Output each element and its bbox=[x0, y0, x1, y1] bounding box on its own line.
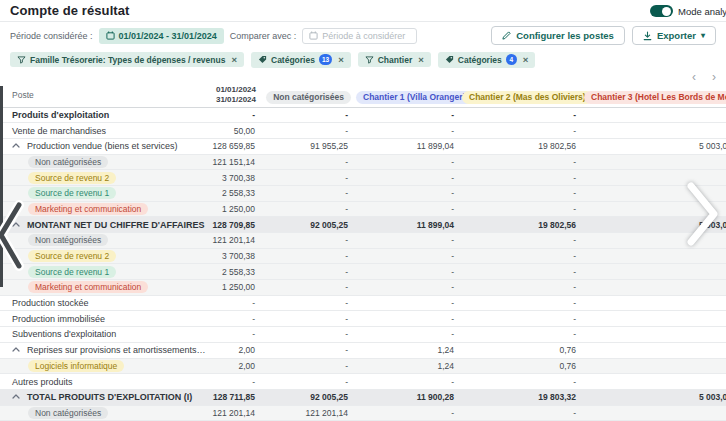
table-row: Produits d'exploitation - - - - - bbox=[0, 107, 726, 123]
toolbar-actions: Configurer les postes Exporter ▾ bbox=[491, 26, 716, 45]
table-row: Autres produits - - - - - bbox=[0, 374, 726, 390]
table-row: Source de revenu 1 2 558,33 - - - - bbox=[0, 185, 726, 201]
row-value: - bbox=[263, 201, 356, 217]
table-row[interactable]: MONTANT NET DU CHIFFRE D'AFFAIRES 128 70… bbox=[0, 217, 726, 233]
row-value: - bbox=[462, 248, 584, 264]
compare-label: Comparer avec : bbox=[230, 31, 297, 41]
table-row: Non catégorisées 121 201,14 - - - - bbox=[0, 233, 726, 249]
filter-chip-categories-1[interactable]: Catégories 13 × bbox=[251, 52, 351, 68]
collapse-caret-icon[interactable] bbox=[12, 345, 27, 355]
row-value: - bbox=[356, 154, 462, 170]
row-value: - bbox=[356, 233, 462, 249]
mode-analytique-toggle[interactable] bbox=[650, 5, 673, 17]
row-value: - bbox=[462, 295, 584, 311]
row-label: Reprises sur provisions et amortissement… bbox=[27, 345, 206, 355]
toolbar: Période considérée : 01/01/2024 - 31/01/… bbox=[0, 22, 726, 49]
column-header-poste: Poste bbox=[0, 84, 206, 107]
row-value: - bbox=[462, 311, 584, 327]
row-value: - bbox=[263, 185, 356, 201]
next-columns-icon[interactable]: › bbox=[712, 71, 716, 83]
table-body: Produits d'exploitation - - - - - Vente … bbox=[0, 107, 726, 421]
close-icon[interactable]: × bbox=[418, 55, 424, 65]
compare-period-field[interactable] bbox=[302, 28, 417, 44]
row-value: 19 803,32 bbox=[462, 389, 584, 405]
results-table: Poste 01/01/2024 31/01/2024 Non catégori… bbox=[0, 84, 726, 421]
close-icon[interactable]: × bbox=[338, 55, 344, 65]
calendar-icon bbox=[106, 31, 115, 40]
period-label: Période considérée : bbox=[10, 31, 93, 41]
row-value: - bbox=[462, 405, 584, 421]
table-row[interactable]: Reprises sur provisions et amortissement… bbox=[0, 342, 726, 358]
row-value: 1,24 bbox=[356, 358, 462, 374]
compare-period-input[interactable] bbox=[322, 31, 410, 41]
pencil-icon bbox=[502, 31, 511, 40]
table-row[interactable]: Production vendue (biens et services) 12… bbox=[0, 138, 726, 154]
row-value: - bbox=[263, 374, 356, 390]
row-label: Production vendue (biens et services) bbox=[27, 141, 178, 151]
table-header-row: Poste 01/01/2024 31/01/2024 Non catégori… bbox=[0, 84, 726, 107]
export-button[interactable]: Exporter ▾ bbox=[632, 26, 716, 45]
table-row[interactable]: TOTAL PRODUITS D'EXPLOITATION (I) 128 71… bbox=[0, 389, 726, 405]
row-value: - bbox=[263, 248, 356, 264]
table-row: Source de revenu 2 3 700,38 - - - - bbox=[0, 248, 726, 264]
collapse-caret-icon[interactable] bbox=[12, 141, 27, 151]
scroll-columns-left-icon[interactable] bbox=[0, 199, 24, 272]
row-value: - bbox=[356, 185, 462, 201]
filter-icon bbox=[365, 56, 374, 64]
row-label: Source de revenu 2 bbox=[28, 250, 116, 262]
row-label: MONTANT NET DU CHIFFRE D'AFFAIRES bbox=[27, 220, 204, 230]
row-value: 11 900,28 bbox=[356, 389, 462, 405]
column-header-chantier-3: Chantier 3 (Hotel Les Bords de Mer) bbox=[584, 84, 726, 107]
scroll-columns-right-icon[interactable] bbox=[684, 181, 722, 247]
row-label: TOTAL PRODUITS D'EXPLOITATION (I) bbox=[27, 392, 192, 402]
row-value: - bbox=[356, 170, 462, 186]
row-label: Production stockée bbox=[12, 298, 89, 308]
filter-chip-chantier[interactable]: Chantier × bbox=[358, 52, 431, 67]
row-label: Non catégorisées bbox=[28, 407, 108, 419]
period-selector[interactable]: 01/01/2024 - 31/01/2024 bbox=[99, 28, 224, 44]
row-value: - bbox=[206, 107, 263, 123]
row-value: - bbox=[356, 280, 462, 296]
filter-chip-famille-tresorerie[interactable]: Famille Trésorerie: Types de dépenses / … bbox=[10, 52, 244, 67]
row-value: - bbox=[584, 295, 726, 311]
row-value: 0,76 bbox=[462, 342, 584, 358]
row-value: - bbox=[584, 248, 726, 264]
row-value: - bbox=[462, 123, 584, 139]
row-value: - bbox=[356, 248, 462, 264]
row-value: 2 558,33 bbox=[206, 185, 263, 201]
row-label: Source de revenu 2 bbox=[28, 172, 116, 184]
close-icon[interactable]: × bbox=[231, 55, 237, 65]
row-label: Marketing et communication bbox=[28, 281, 148, 293]
row-value: 121 201,14 bbox=[206, 405, 263, 421]
row-value: 92 005,25 bbox=[263, 389, 356, 405]
row-value: - bbox=[206, 295, 263, 311]
collapse-caret-icon[interactable] bbox=[12, 392, 27, 402]
row-value: - bbox=[462, 107, 584, 123]
row-label: Marketing et communication bbox=[28, 203, 148, 215]
row-value: - bbox=[263, 295, 356, 311]
filter-chip-categories-2[interactable]: Catégories 4 × bbox=[438, 52, 536, 68]
row-value: - bbox=[462, 185, 584, 201]
period-controls: Période considérée : 01/01/2024 - 31/01/… bbox=[10, 28, 417, 44]
prev-columns-icon[interactable]: ‹ bbox=[692, 71, 696, 83]
count-badge: 4 bbox=[506, 54, 517, 65]
tag-icon bbox=[258, 55, 267, 64]
row-value: - bbox=[584, 342, 726, 358]
row-value: - bbox=[584, 327, 726, 343]
row-label: Logiciels informatique bbox=[28, 360, 124, 372]
row-value: - bbox=[584, 264, 726, 280]
row-value: - bbox=[462, 233, 584, 249]
row-value: 2 558,33 bbox=[206, 264, 263, 280]
row-value: - bbox=[462, 327, 584, 343]
row-value: - bbox=[206, 374, 263, 390]
mode-analytique-label: Mode analytique bbox=[678, 6, 726, 17]
row-value: - bbox=[263, 264, 356, 280]
row-value: 1,24 bbox=[356, 342, 462, 358]
row-value: - bbox=[462, 170, 584, 186]
row-value: - bbox=[462, 201, 584, 217]
row-value: 128 659,85 bbox=[206, 138, 263, 154]
filter-bar: Famille Trésorerie: Types de dépenses / … bbox=[0, 49, 726, 70]
configure-postes-button[interactable]: Configurer les postes bbox=[491, 26, 625, 45]
close-icon[interactable]: × bbox=[523, 55, 529, 65]
table-row: Non catégorisées 121 151,14 - - - - bbox=[0, 154, 726, 170]
